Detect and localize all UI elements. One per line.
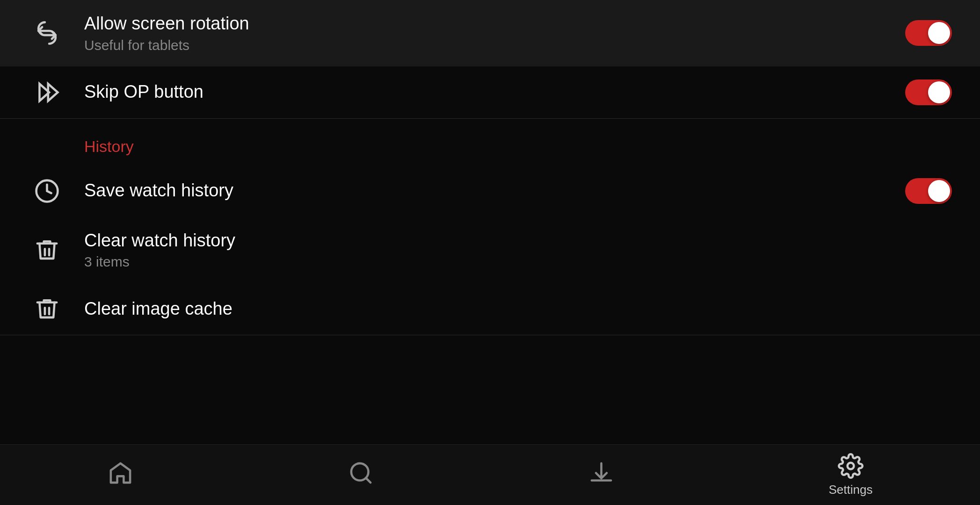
setting-skip-op-button[interactable]: Skip OP button [0,66,980,118]
svg-line-4 [366,478,370,483]
setting-content: Save watch history [84,180,905,202]
setting-content: Clear image cache [84,298,952,320]
home-icon [108,460,133,486]
setting-content: Skip OP button [84,81,905,103]
screen-rotation-toggle[interactable] [905,20,952,46]
settings-list: Allow screen rotation Useful for tablets… [0,0,980,444]
setting-content: Clear watch history 3 items [84,230,952,270]
setting-title: Clear watch history [84,230,952,252]
toggle-container [905,20,952,46]
nav-search[interactable] [329,455,392,494]
trash-icon-2 [28,296,65,322]
nav-settings-label: Settings [829,483,873,497]
history-icon [28,178,65,204]
setting-save-watch-history[interactable]: Save watch history [0,165,980,217]
toggle-knob [928,22,950,44]
setting-title: Skip OP button [84,81,905,103]
skip-op-toggle[interactable] [905,79,952,105]
nav-download[interactable] [570,455,633,494]
svg-point-5 [848,462,854,469]
setting-subtitle: Useful for tablets [84,37,905,53]
setting-title: Save watch history [84,180,905,202]
setting-clear-image-cache[interactable]: Clear image cache [0,283,980,335]
settings-icon [838,453,864,479]
setting-title: Allow screen rotation [84,13,905,35]
bottom-navigation: Settings [0,444,980,505]
trash-icon [28,237,65,263]
toggle-container [905,178,952,204]
rotation-icon [28,20,65,46]
history-section-header: History [0,119,980,165]
skip-icon [28,79,65,105]
setting-subtitle: 3 items [84,254,952,270]
divider-bottom [0,335,980,335]
setting-clear-watch-history[interactable]: Clear watch history 3 items [0,217,980,283]
setting-allow-screen-rotation[interactable]: Allow screen rotation Useful for tablets [0,0,980,66]
nav-settings[interactable]: Settings [810,448,892,502]
save-watch-history-toggle[interactable] [905,178,952,204]
toggle-knob [928,81,950,103]
download-icon [588,460,614,486]
setting-content: Allow screen rotation Useful for tablets [84,13,905,53]
nav-home[interactable] [89,455,152,494]
toggle-knob [928,180,950,202]
search-icon [348,460,374,486]
setting-title: Clear image cache [84,298,952,320]
toggle-container [905,79,952,105]
